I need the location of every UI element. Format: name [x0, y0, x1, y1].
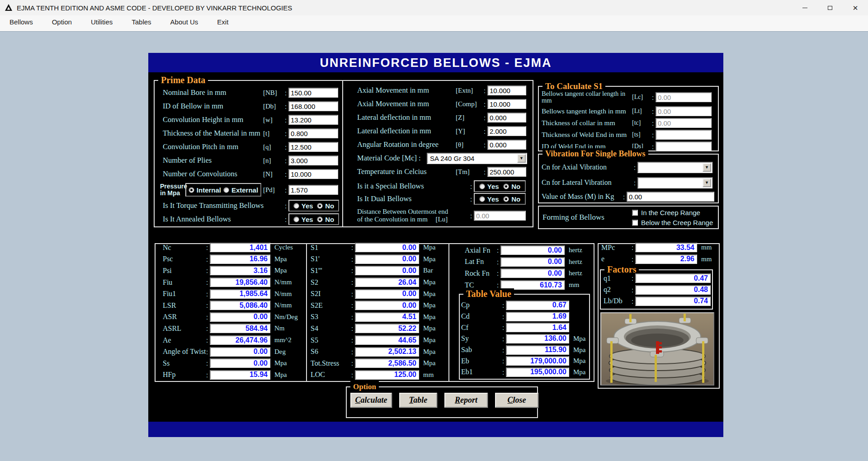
minimize-button[interactable] [792, 0, 817, 15]
close-form-button[interactable]: Close [495, 393, 538, 408]
pressure-radio-group[interactable]: Internal External [185, 183, 261, 197]
menu-bar: BellowsOptionUtilitiesTablesAbout UsExit [0, 15, 868, 32]
text-input[interactable]: 12.500 [288, 142, 338, 152]
result-value: 179,000.00 [506, 356, 569, 366]
close-button[interactable]: ✕ [843, 0, 868, 15]
radio-no[interactable]: No [503, 183, 520, 190]
result-unit: Mpa [423, 313, 436, 321]
text-input[interactable] [656, 130, 712, 140]
result-label: S2I [311, 290, 349, 298]
checkbox-icon[interactable] [632, 220, 638, 226]
result-label: S1' [311, 255, 349, 263]
text-input[interactable]: 168.000 [288, 101, 338, 111]
radio-yes[interactable]: Yes [479, 183, 499, 190]
radio-yes[interactable]: Yes [479, 195, 499, 203]
chevron-down-icon[interactable]: ▼ [703, 179, 711, 187]
result-label: Lat Fn [465, 258, 495, 266]
result-unit: N/mm [274, 290, 292, 298]
text-input[interactable]: 10.000 [288, 169, 338, 179]
text-input[interactable]: 3.000 [288, 155, 338, 165]
result-unit: Mpa [274, 267, 287, 274]
chevron-down-icon[interactable]: ▼ [703, 163, 711, 172]
menu-item[interactable]: Exit [208, 15, 238, 31]
result-value: 52.22 [355, 324, 419, 333]
forming-checkbox-row: Below the Creep Range [632, 217, 713, 227]
mass-input[interactable]: 0.00 [627, 192, 714, 202]
radio-yes[interactable]: Yes [293, 202, 313, 210]
radio-external[interactable]: External [223, 186, 258, 194]
field-label: Thickness of Weld End in mm [542, 131, 632, 139]
text-input[interactable]: 2.000 [487, 126, 526, 136]
result-label: TC [465, 281, 495, 289]
radio-icon [317, 216, 323, 222]
menu-item[interactable]: Bellows [0, 15, 42, 31]
menu-item[interactable]: Option [42, 15, 81, 31]
temperature-input[interactable]: 250.000 [487, 167, 526, 177]
text-input[interactable]: 10.000 [487, 85, 526, 95]
result-value: 136.00 [506, 334, 569, 343]
maximize-button[interactable] [817, 0, 843, 15]
checkbox-label: In the Creep Range [641, 209, 700, 216]
result-value: 15.94 [210, 370, 270, 380]
result-unit: Mpa [573, 368, 586, 376]
forming-label: Forming of Bellows [542, 213, 632, 222]
result-row: S4 : 52.22 Mpa [307, 323, 436, 334]
axial-vibration-dropdown[interactable]: ▼ [637, 162, 712, 173]
result-unit: Mpa [573, 335, 586, 343]
annealed-radio-group[interactable]: Yes No [288, 213, 339, 225]
field-label: ID of Bellow in mm [163, 102, 263, 111]
radio-internal[interactable]: Internal [189, 186, 221, 194]
radio-yes[interactable]: Yes [293, 216, 313, 223]
text-input[interactable]: 0.800 [288, 128, 338, 138]
movement-row: Axial Movement in mm [Comp] : 10.000 [355, 97, 533, 111]
menu-item[interactable]: Tables [122, 15, 160, 31]
result-row: S1''' : 0.00 Bar [307, 265, 436, 277]
mass-row: Value of Mass (M) in Kg : 0.00 [542, 190, 715, 203]
field-label: Is It Dual Bellows [357, 194, 468, 203]
calc-s1-rows: Bellows tangent collar length in mm [Lc]… [542, 89, 715, 152]
chevron-down-icon[interactable]: ▼ [517, 154, 526, 163]
result-label: Cp [461, 301, 500, 309]
field-label: Temperature in Celcius [357, 167, 456, 176]
dual-radio-group[interactable]: Yes No [474, 193, 526, 205]
result-value: 0.00 [355, 254, 419, 264]
menu-item[interactable]: Utilities [81, 15, 122, 31]
report-button[interactable]: Report [444, 393, 488, 408]
field-label: Distance Between Outermost end of the Co… [357, 208, 468, 223]
result-unit: Mpa [423, 255, 436, 263]
radio-no[interactable]: No [317, 216, 334, 223]
material-value: SA 240 Gr 304 [428, 155, 517, 162]
text-input[interactable]: 0.00 [656, 118, 712, 128]
text-input[interactable] [656, 141, 712, 151]
result-unit: mm [701, 255, 712, 263]
table-button[interactable]: Table [399, 393, 437, 408]
result-row: Cf : 1.64 [461, 322, 586, 333]
lateral-vibration-dropdown[interactable]: ▼ [637, 177, 712, 188]
text-input[interactable]: 0.000 [487, 140, 526, 150]
radio-no[interactable]: No [317, 202, 334, 210]
menu-item[interactable]: About Us [161, 15, 208, 31]
text-input[interactable]: 0.00 [656, 106, 712, 116]
pressure-input[interactable]: 1.570 [288, 185, 338, 195]
field-label: Cn for Axial Vibration [542, 163, 632, 171]
material-row: Material Code [Mc] : SA 240 Gr 304 ▼ [357, 151, 533, 165]
radio-icon [479, 196, 485, 202]
text-input[interactable]: 10.000 [487, 99, 526, 109]
text-input[interactable]: 0.000 [487, 113, 526, 122]
material-dropdown[interactable]: SA 240 Gr 304 ▼ [427, 153, 527, 164]
calculate-button[interactable]: Calculate [350, 393, 392, 408]
action-buttons: Calculate Table Report Close [350, 393, 538, 408]
result-label: S2E [311, 301, 349, 310]
text-input[interactable]: 150.00 [288, 88, 338, 98]
window-title: EJMA TENTH EDITION AND ASME CODE - DEVEL… [17, 4, 292, 12]
field-code: [ts] [632, 131, 650, 138]
text-input[interactable]: 13.200 [288, 115, 338, 125]
torque-radio-group[interactable]: Yes No [288, 200, 339, 212]
text-input[interactable]: 0.00 [656, 92, 712, 102]
checkbox-icon[interactable] [632, 210, 638, 216]
radio-no[interactable]: No [503, 195, 520, 203]
special-radio-group[interactable]: Yes No [474, 180, 526, 192]
result-value: 26,474.96 [210, 335, 270, 345]
calc-s1-row: Thickness of Weld End in mm [ts] : [542, 129, 715, 141]
field-code: [t] [263, 130, 283, 137]
